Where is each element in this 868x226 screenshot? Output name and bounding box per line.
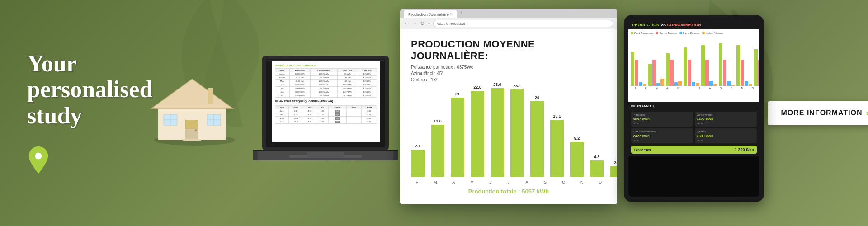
tablet-bar: [705, 60, 709, 86]
tablet-bar: [741, 60, 744, 86]
col-conso: Consommation: [310, 69, 337, 72]
tablet-bar: [688, 60, 691, 86]
bilan-cell: 4.25: [303, 113, 316, 117]
new-tab-icon[interactable]: +: [460, 10, 462, 18]
tab-label: Production Journalière: [408, 12, 449, 17]
bar: [610, 166, 617, 177]
col-nuit: Cons. nuit: [338, 69, 357, 72]
legend-text: Prod Panneaux: [634, 32, 653, 34]
bar-month-label: A: [448, 180, 460, 184]
forward-button[interactable]: →: [412, 20, 417, 27]
home-button[interactable]: ⌂: [427, 20, 430, 27]
location-pin-icon: [27, 146, 50, 174]
bilan-cell: [346, 109, 361, 113]
tablet-bar: [635, 60, 638, 86]
laptop-screen-inner: DONNÉES DE CONSOMMATION Mois Production …: [272, 61, 380, 127]
legend-item: Prod Panneaux: [631, 32, 653, 34]
tablet-bar-group: [754, 49, 760, 86]
table-cell: 21.37 kWh: [338, 90, 357, 94]
bar-value: 20: [535, 95, 539, 100]
cta-button-label: MORE INFORMATION: [781, 109, 862, 117]
bilan-cell: Avril: [275, 120, 289, 124]
bilan-item-label: Injection: [697, 130, 755, 133]
table-row: Juil670.00 kWh202.25 kWh23.75 kWh4.25 kW…: [275, 94, 377, 98]
tablet-bar: [684, 47, 687, 86]
legend-text: Conso Maison: [659, 32, 676, 34]
bar-value: 22.8: [473, 85, 481, 89]
table-cell: 4.25 kWh: [357, 72, 377, 76]
table-cell: Juil: [275, 94, 290, 98]
chart-bar-group: 7.1: [411, 144, 425, 177]
bilan-cell: 3.86: [329, 113, 347, 117]
table-cell: 202.25 kWh: [310, 94, 337, 98]
table-cell: 503.00 kWh: [289, 87, 310, 90]
tablet-month-label: A: [706, 87, 715, 89]
bilan-item-label: Consommation: [697, 113, 755, 116]
tablet-bar: [713, 84, 717, 86]
bar-month-label: N: [576, 180, 588, 184]
svg-rect-7: [208, 88, 213, 104]
table-cell: 46.00 kWh: [289, 80, 310, 83]
tablet-bar: [643, 84, 646, 86]
laptop-title-text: DONNÉES DE: [275, 64, 293, 67]
table-cell: 202.25 kWh: [310, 87, 337, 90]
table-cell: 4.25 kWh: [357, 90, 377, 94]
tablet-bar: [719, 43, 722, 86]
bar-value: 23.6: [493, 82, 501, 87]
tablet-bar: [709, 81, 713, 86]
table-cell: 1.38 kWh: [338, 76, 357, 80]
bilan-item: Consommation 2427 kWh par an: [695, 112, 757, 127]
laptop-data-table: Mois Production Consommation Cons. nuit …: [275, 68, 377, 98]
bilan-cell: 0.00: [361, 120, 377, 124]
laptop-bilan-title: BILAN ÉNERGÉTIQUE QUOTIDIEN (EN KWH): [275, 100, 377, 104]
bilan-item-sub: par an: [697, 139, 755, 141]
bilan-row: Févr.9.084.254.253.860.00: [275, 113, 377, 117]
bar: [550, 120, 564, 177]
chart-total: Production totale : 5057 kWh: [411, 188, 606, 195]
laptop-container: DONNÉES DE CONSOMMATION Mois Production …: [253, 53, 398, 191]
legend-item: Conso Maison: [656, 32, 676, 34]
hero-section: Your personalised study: [0, 33, 154, 193]
bilan-row: Mars15.014.254.258.540.00: [275, 117, 377, 120]
tablet-bar: [670, 60, 674, 86]
tab-close-icon[interactable]: ×: [450, 12, 453, 17]
url-bar[interactable]: watt-o-need.com: [433, 20, 613, 27]
bilan-cell: 4.25: [303, 109, 316, 113]
tablet-header: PRODUCTION VS CONSOMMATION: [628, 20, 760, 29]
browser-tab-bar: Production Journalière × +: [400, 9, 617, 18]
tablet-bar-group: [719, 43, 735, 86]
tablet-bar-group: [701, 45, 717, 86]
bar-value: 7.1: [415, 144, 421, 148]
table-cell: 520.50 kWh: [289, 83, 310, 87]
chart-bar-group: 9.2: [570, 136, 584, 177]
laptop-table-title: DONNÉES DE CONSOMMATION: [275, 64, 377, 67]
table-row: Juin500.00 kWh202.25 kWh21.37 kWh4.25 kW…: [275, 90, 377, 94]
bilan-grid: Production 5057 kWh par an Consommation …: [631, 112, 757, 143]
bilan-item: Auto-Consommation 2427 kWh par an: [631, 128, 693, 143]
more-information-button[interactable]: MORE INFORMATION ›: [768, 101, 868, 125]
table-row: Avril520.50 kWh202.25 kWh17.62 kWh4.25 k…: [275, 83, 377, 87]
browser-address-bar: ← → ↻ ⌂ watt-o-need.com: [400, 18, 617, 29]
tablet-month-label: D: [748, 87, 757, 89]
table-cell: 4.25 kWh: [357, 94, 377, 98]
bar: [491, 88, 504, 177]
chart-bar-group: 21: [451, 92, 464, 177]
tablet-month-label: J: [695, 87, 704, 89]
bilan-cell: [346, 120, 361, 124]
table-cell: Avril: [275, 83, 290, 87]
bar-month-label: O: [557, 180, 570, 184]
reload-button[interactable]: ↻: [420, 20, 425, 27]
laptop-bilan-body: Janv.8.114.254.253.460.00Févr.9.084.254.…: [275, 109, 377, 124]
bilan-item-value: 2427 kWh: [697, 117, 755, 121]
back-button[interactable]: ←: [404, 20, 409, 27]
bilan-cell: 0.00: [361, 109, 377, 113]
chart-labels: FMAMJJASOND: [411, 178, 606, 184]
svg-rect-26: [267, 60, 384, 61]
bilan-cell: Janv.: [275, 109, 289, 113]
bilan-cell: 4.25: [303, 120, 316, 124]
browser-active-tab[interactable]: Production Journalière ×: [404, 10, 457, 18]
col-production: Production: [289, 69, 310, 72]
svg-marker-3: [151, 79, 233, 108]
table-cell: 4.25 kWh: [357, 80, 377, 83]
table-cell: 500.00 kWh: [289, 90, 310, 94]
